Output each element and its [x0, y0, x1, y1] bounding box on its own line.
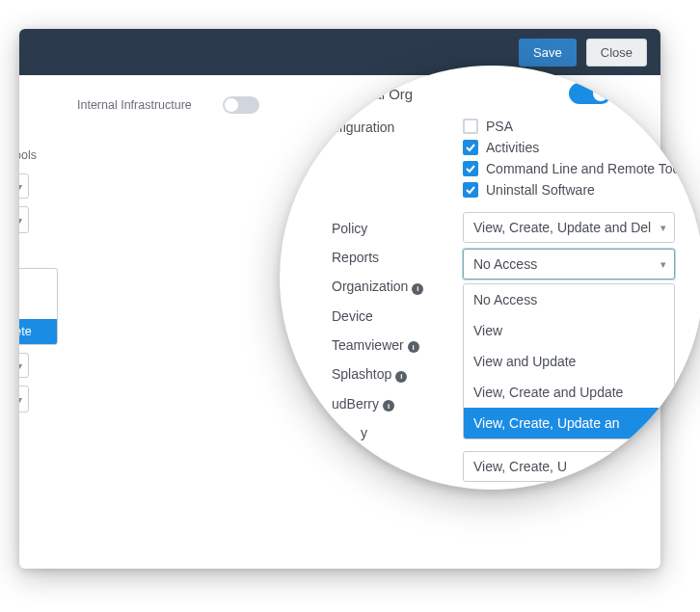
- opt-no-access[interactable]: No Access: [464, 284, 674, 315]
- bg-select-1[interactable]: te, Update and Del: [19, 173, 29, 199]
- close-button[interactable]: Close: [586, 39, 647, 67]
- cat-organization[interactable]: Organizationi: [332, 272, 436, 302]
- info-icon: i: [383, 400, 394, 412]
- opt-view-update[interactable]: View and Update: [464, 346, 674, 377]
- internal-infra-toggle[interactable]: [223, 96, 259, 114]
- configuration-label: nfiguration: [332, 120, 436, 135]
- checkbox-icon: [463, 140, 478, 155]
- bg-opt-create-update-delete[interactable]: te, Update and Delete: [19, 319, 57, 344]
- magnifier-view: rnal Org nfiguration Policy Reports Orga…: [280, 66, 700, 490]
- checkbox-icon: [463, 161, 478, 176]
- cat-device[interactable]: Device: [332, 302, 436, 331]
- cat-policy[interactable]: Policy: [332, 214, 436, 243]
- bg-select-empty[interactable]: [19, 206, 29, 233]
- cat-reports[interactable]: Reports: [332, 243, 436, 272]
- info-icon: i: [412, 283, 423, 295]
- permission-dropdown[interactable]: No Access View View and Update View, Cre…: [463, 283, 675, 439]
- chk-uninstall[interactable]: Uninstall Software: [463, 179, 680, 200]
- info-icon: i: [408, 341, 419, 353]
- bg-opt-update[interactable]: Update: [19, 269, 57, 294]
- internal-infra-label: Internal Infrastructure: [77, 98, 192, 112]
- bg-select-3[interactable]: [19, 386, 29, 412]
- cat-splashtop[interactable]: Splashtopi: [332, 359, 436, 389]
- chk-cmd-remote[interactable]: Command Line and Remote Too: [463, 158, 680, 179]
- dialog-header: Save Close: [19, 29, 660, 75]
- checkbox-icon: [463, 182, 478, 198]
- info-icon: i: [395, 371, 407, 383]
- checkbox-icon: [463, 119, 478, 134]
- opt-view[interactable]: View: [464, 315, 674, 346]
- bg-opt-create-update[interactable]: te and Update: [19, 294, 57, 319]
- remote-tools-label: d Line and Remote Tools: [19, 148, 154, 162]
- bg-option-list[interactable]: Update te and Update te, Update and Dele…: [19, 268, 58, 345]
- cat-cloudberry[interactable]: udBerryi: [332, 389, 436, 419]
- opt-view-create-update[interactable]: View, Create and Update: [464, 377, 674, 408]
- software-label: Software: [19, 424, 154, 438]
- bg-select-2[interactable]: te, Update and Del: [19, 353, 29, 378]
- cat-last[interactable]: y: [361, 418, 436, 447]
- reports-select[interactable]: No Access: [463, 249, 675, 279]
- save-button[interactable]: Save: [519, 39, 577, 67]
- chk-activities[interactable]: Activities: [463, 137, 680, 158]
- cat-teamviewer[interactable]: Teamvieweri: [332, 331, 436, 360]
- policy-select[interactable]: View, Create, Update and Del: [463, 212, 675, 243]
